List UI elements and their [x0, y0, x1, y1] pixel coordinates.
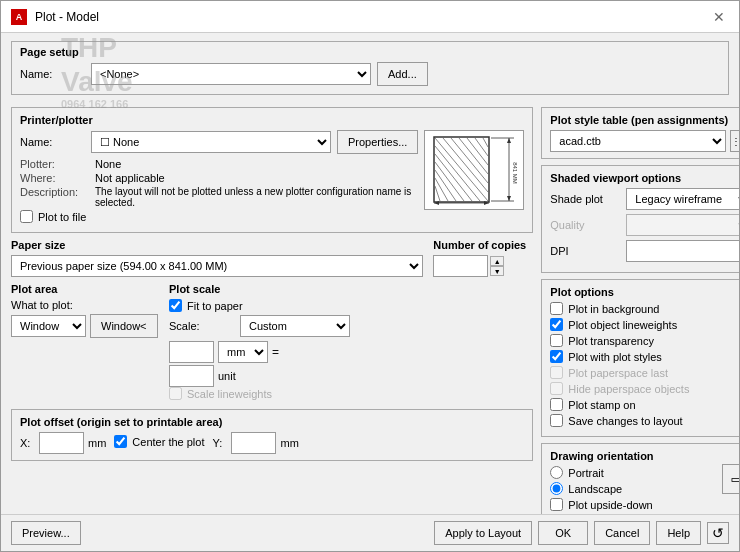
- equals-sign: =: [272, 345, 279, 359]
- page-setup-name-label: Name:: [20, 68, 85, 80]
- shade-plot-label: Shade plot: [550, 193, 620, 205]
- dpi-input[interactable]: [626, 240, 739, 262]
- quality-select[interactable]: [626, 214, 739, 236]
- plot-to-file-row: Plot to file: [20, 210, 418, 223]
- apply-button[interactable]: Apply to Layout: [434, 521, 532, 545]
- plot-style-title: Plot style table (pen assignments): [550, 114, 739, 126]
- help-button[interactable]: Help: [656, 521, 701, 545]
- close-button[interactable]: ✕: [709, 7, 729, 27]
- dpi-row: DPI: [550, 240, 739, 262]
- dpi-label: DPI: [550, 245, 620, 257]
- plot-offset-section: Plot offset (origin set to printable are…: [11, 409, 533, 461]
- fit-to-paper-label: Fit to paper: [187, 300, 243, 312]
- plotter-row: Plotter: None: [20, 158, 418, 170]
- copies-up[interactable]: ▲: [490, 256, 504, 266]
- y-label: Y:: [212, 437, 227, 449]
- plot-option-6: Plot stamp on: [550, 398, 739, 411]
- portrait-label: Portrait: [568, 467, 603, 479]
- plot-stamp-checkbox[interactable]: [550, 398, 563, 411]
- plot-lineweights-checkbox[interactable]: [550, 318, 563, 331]
- add-button[interactable]: Add...: [377, 62, 428, 86]
- orientation-section: Drawing orientation Portrait Landscape: [541, 443, 739, 514]
- svg-marker-18: [507, 138, 511, 143]
- bottom-right: Apply to Layout OK Cancel Help ↺: [434, 521, 729, 545]
- app-icon: A: [11, 9, 27, 25]
- copies-input-wrap: 1 ▲ ▼: [433, 255, 533, 277]
- description-row: Description: The layout will not be plot…: [20, 186, 418, 208]
- plot-transparency-label: Plot transparency: [568, 335, 654, 347]
- landscape-row: Landscape: [550, 482, 653, 495]
- plot-scale-title: Plot scale: [169, 283, 533, 295]
- scale-unit-select[interactable]: mm: [218, 341, 268, 363]
- plot-area-title: Plot area: [11, 283, 161, 295]
- portrait-radio[interactable]: [550, 466, 563, 479]
- scale-value1[interactable]: 1: [169, 341, 214, 363]
- plot-scale-section: Plot scale Fit to paper Scale: Custom: [169, 283, 533, 403]
- orientation-options: Drawing orientation Portrait Landscape: [550, 450, 653, 514]
- shade-plot-select[interactable]: Legacy wireframe: [626, 188, 739, 210]
- upside-down-checkbox[interactable]: [550, 498, 563, 511]
- hide-paperspace-checkbox[interactable]: [550, 382, 563, 395]
- page-setup-title: Page setup: [20, 46, 720, 58]
- center-plot-checkbox[interactable]: [114, 435, 127, 448]
- page-setup-name-select[interactable]: <None>: [91, 63, 371, 85]
- plot-area-section: Plot area What to plot: Window Window<: [11, 283, 161, 403]
- x-input[interactable]: 0.00: [39, 432, 84, 454]
- y-input[interactable]: 19.83: [231, 432, 276, 454]
- plot-to-file-checkbox[interactable]: [20, 210, 33, 223]
- where-label: Where:: [20, 172, 95, 184]
- paper-size-select[interactable]: Previous paper size (594.00 x 841.00 MM): [11, 255, 423, 277]
- help-icon-button[interactable]: ↺: [707, 522, 729, 544]
- dialog-title: Plot - Model: [35, 10, 99, 24]
- plot-background-checkbox[interactable]: [550, 302, 563, 315]
- svg-text:841 MM: 841 MM: [512, 162, 518, 184]
- plot-option-5: Hide paperspace objects: [550, 382, 739, 395]
- printer-name-row: Name: ☐ None Properties...: [20, 130, 418, 154]
- scale-select[interactable]: Custom: [240, 315, 350, 337]
- shaded-title: Shaded viewport options: [550, 172, 739, 184]
- shaded-viewport-section: Shaded viewport options Shade plot Legac…: [541, 165, 739, 273]
- cancel-button[interactable]: Cancel: [594, 521, 650, 545]
- fit-to-paper-checkbox[interactable]: [169, 299, 182, 312]
- plot-style-edit-button[interactable]: ⋮⋮: [730, 130, 739, 152]
- quality-label: Quality: [550, 219, 620, 231]
- save-changes-checkbox[interactable]: [550, 414, 563, 427]
- plot-paperspace-last-checkbox[interactable]: [550, 366, 563, 379]
- printer-name-select[interactable]: ☐ None: [91, 131, 331, 153]
- plot-transparency-checkbox[interactable]: [550, 334, 563, 347]
- plot-styles-label: Plot with plot styles: [568, 351, 662, 363]
- ok-button[interactable]: OK: [538, 521, 588, 545]
- preview-button[interactable]: Preview...: [11, 521, 81, 545]
- scale-values-row: 1 mm =: [169, 341, 533, 363]
- upside-down-row: Plot upside-down: [550, 498, 653, 511]
- scale-value2[interactable]: 0.5159: [169, 365, 214, 387]
- plot-offset-title: Plot offset (origin set to printable are…: [20, 416, 524, 428]
- scale-label: Scale:: [169, 320, 234, 332]
- scale-unit2: unit: [218, 370, 236, 382]
- plot-style-select[interactable]: acad.ctb: [550, 130, 726, 152]
- plot-option-4: Plot paperspace last: [550, 366, 739, 379]
- plot-background-label: Plot in background: [568, 303, 659, 315]
- plot-to-file-label: Plot to file: [38, 211, 86, 223]
- paper-size-left: Paper size Previous paper size (594.00 x…: [11, 239, 423, 277]
- plot-option-7: Save changes to layout: [550, 414, 739, 427]
- copies-input[interactable]: 1: [433, 255, 488, 277]
- printer-name-label: Name:: [20, 136, 85, 148]
- properties-button[interactable]: Properties...: [337, 130, 418, 154]
- center-plot-row: Center the plot: [114, 435, 204, 448]
- copies-down[interactable]: ▼: [490, 266, 504, 276]
- plot-option-1: Plot object lineweights: [550, 318, 739, 331]
- plot-styles-checkbox[interactable]: [550, 350, 563, 363]
- svg-marker-19: [507, 196, 511, 201]
- printer-section: Printer/plotter Name: ☐ None Properties.…: [11, 107, 533, 233]
- title-bar-left: A Plot - Model: [11, 9, 99, 25]
- main-columns: Printer/plotter Name: ☐ None Properties.…: [11, 107, 729, 514]
- plot-option-2: Plot transparency: [550, 334, 739, 347]
- plot-stamp-label: Plot stamp on: [568, 399, 635, 411]
- scale-lineweights-checkbox[interactable]: [169, 387, 182, 400]
- landscape-icon-button[interactable]: ⇨: [722, 464, 739, 494]
- orientation-title: Drawing orientation: [550, 450, 653, 462]
- window-button[interactable]: Window<: [90, 314, 158, 338]
- landscape-radio[interactable]: [550, 482, 563, 495]
- what-to-plot-select[interactable]: Window: [11, 315, 86, 337]
